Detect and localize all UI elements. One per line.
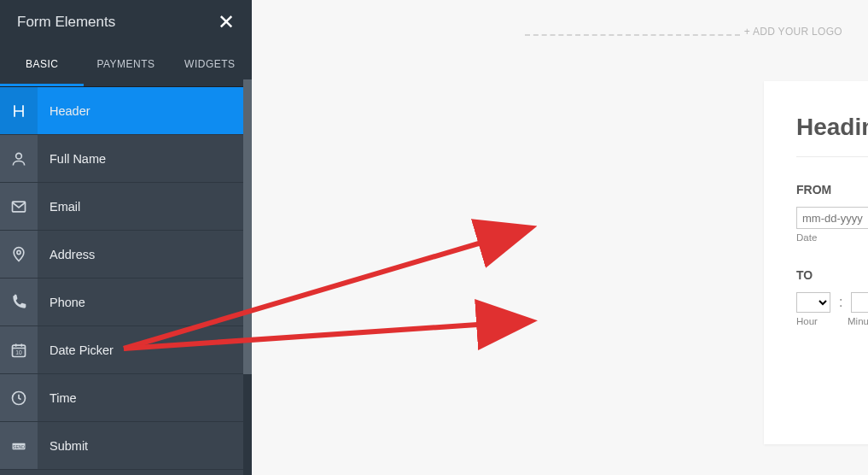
page-title: Heading: [796, 114, 868, 157]
svg-point-2: [17, 250, 20, 254]
sidebar-item-label: Address: [38, 248, 95, 261]
from-sublabel: Date: [796, 232, 868, 243]
sidebar-item-email[interactable]: Email: [0, 183, 252, 231]
tab-payments[interactable]: PAYMENTS: [84, 44, 167, 86]
sidebar-item-label: Time: [38, 391, 77, 405]
elements-footer: QUICK ELEMENTS: [0, 470, 252, 475]
sidebar-item-header[interactable]: Header: [0, 87, 252, 135]
sidebar-item-datepicker[interactable]: 10 Date Picker: [0, 326, 252, 374]
sidebar-header: Form Elements ✕: [0, 0, 252, 44]
header-divider: [525, 34, 740, 36]
pin-icon: [0, 231, 38, 278]
elements-list: Header Full Name Email Address: [0, 87, 252, 475]
scrollbar[interactable]: [243, 79, 252, 475]
mail-icon: [0, 183, 38, 230]
sidebar-item-fullname[interactable]: Full Name: [0, 135, 252, 183]
to-sub-min: Minutes: [848, 316, 868, 326]
tab-widgets[interactable]: WIDGETS: [168, 44, 252, 86]
sidebar: Form Elements ✕ BASIC PAYMENTS WIDGETS H…: [0, 0, 252, 475]
field-to: TO : AM Hour Minutes: [796, 268, 868, 326]
sidebar-tabs: BASIC PAYMENTS WIDGETS: [0, 44, 252, 87]
calendar-icon: 10: [0, 326, 38, 373]
sidebar-item-label: Full Name: [38, 152, 106, 166]
sidebar-title: Form Elements: [17, 14, 115, 31]
sidebar-item-address[interactable]: Address: [0, 231, 252, 279]
phone-icon: [0, 279, 38, 325]
sidebar-item-label: Date Picker: [38, 343, 114, 357]
tab-basic[interactable]: BASIC: [0, 44, 84, 86]
send-icon: SEND: [0, 422, 38, 469]
user-icon: [0, 135, 38, 182]
from-label: FROM: [796, 183, 868, 196]
sidebar-item-label: Email: [38, 200, 80, 214]
header-icon: [0, 87, 38, 134]
to-minute-select[interactable]: [851, 292, 868, 313]
form-canvas: + ADD YOUR LOGO Heading FROM Date TO :: [252, 0, 868, 475]
from-date-input[interactable]: [796, 207, 868, 229]
close-icon[interactable]: ✕: [218, 10, 235, 34]
time-colon: :: [836, 295, 846, 310]
to-label: TO: [796, 268, 868, 282]
form-card: Heading FROM Date TO : AM: [764, 81, 868, 444]
sidebar-item-label: Header: [38, 104, 90, 118]
to-hour-select[interactable]: [796, 292, 830, 313]
sidebar-item-label: Submit: [38, 439, 88, 453]
add-logo-button[interactable]: + ADD YOUR LOGO: [744, 26, 842, 38]
svg-point-0: [16, 153, 22, 159]
svg-text:10: 10: [15, 349, 22, 355]
field-from: FROM Date: [796, 183, 868, 243]
scrollbar-thumb[interactable]: [243, 79, 252, 374]
sidebar-item-submit[interactable]: SEND Submit: [0, 422, 252, 470]
sidebar-item-phone[interactable]: Phone: [0, 279, 252, 326]
sidebar-item-time[interactable]: Time: [0, 374, 252, 422]
sidebar-item-label: Phone: [38, 296, 85, 309]
to-sub-hour: Hour: [796, 316, 830, 326]
clock-icon: [0, 374, 38, 421]
svg-text:SEND: SEND: [13, 443, 25, 449]
